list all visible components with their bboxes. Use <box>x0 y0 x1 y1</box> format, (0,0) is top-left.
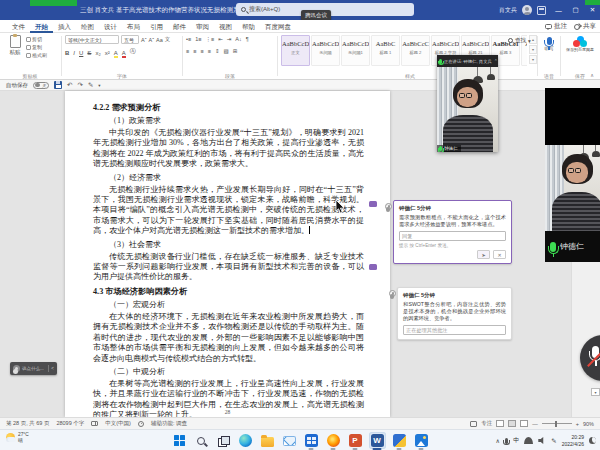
multilevel-list-button[interactable]: ⋮≡ <box>205 36 214 42</box>
comment-anchor-icon[interactable] <box>369 264 377 270</box>
character-border-button[interactable]: Ⓐ <box>130 47 136 56</box>
shrink-font-button[interactable]: Aˇ <box>149 37 155 43</box>
taskbar-firefox[interactable] <box>325 432 342 449</box>
web-layout-button[interactable] <box>520 420 528 427</box>
chat-input-placeholder[interactable]: 说点什么... <box>22 366 44 371</box>
shading-button[interactable]: ▨ <box>223 48 228 54</box>
collapse-ribbon-icon[interactable]: ∧ <box>590 72 594 78</box>
comment-cancel-button[interactable]: ✕ <box>493 250 506 259</box>
increase-indent-button[interactable]: ⇥ <box>227 36 232 42</box>
sort-button[interactable]: A↓ <box>235 36 241 42</box>
tab-references[interactable]: 引用 <box>145 20 168 33</box>
copy-button[interactable]: 复制 <box>26 44 47 50</box>
focus-icon[interactable] <box>470 421 477 427</box>
cut-button[interactable]: 剪切 <box>26 36 47 42</box>
qat-customize-icon[interactable]: ▾ <box>98 83 100 88</box>
chat-collapse-button[interactable]: < <box>51 366 54 371</box>
decrease-indent-button[interactable]: ⇤ <box>218 36 223 42</box>
dictate-button[interactable]: 听写 <box>539 37 559 51</box>
font-size-select[interactable]: 五号 <box>121 35 139 44</box>
meeting-participant-panel[interactable]: 钟德仁 <box>545 88 600 262</box>
align-center-button[interactable]: ≡ <box>193 48 196 54</box>
tray-mic-icon[interactable] <box>505 438 509 444</box>
bullets-button[interactable]: •≡ <box>186 36 191 42</box>
share-button[interactable]: 共享 <box>574 22 596 31</box>
proofing-icon[interactable] <box>91 421 98 426</box>
grow-font-button[interactable]: Aˆ <box>141 37 147 43</box>
comment-reply-input[interactable]: 正在处理其他批注 <box>403 325 506 335</box>
save-to-baidu-button[interactable]: 保存到百度网盘 <box>562 36 598 53</box>
autosave-toggle[interactable]: 关 <box>33 82 49 89</box>
change-case-button[interactable]: Aa <box>156 37 163 43</box>
tab-draw[interactable]: 绘图 <box>76 20 99 33</box>
numbering-button[interactable]: 1≡ <box>195 36 201 42</box>
tab-review[interactable]: 审阅 <box>191 20 214 33</box>
restore-button[interactable]: ▢ <box>568 0 583 20</box>
style-no-spacing[interactable]: AaBbCcDx无间隔 <box>311 35 340 66</box>
taskbar-file-explorer[interactable] <box>259 432 276 449</box>
clock[interactable]: 20:292022/4/26 <box>562 434 584 447</box>
zoom-knob[interactable] <box>555 421 558 427</box>
justify-button[interactable]: ≡ <box>208 48 211 54</box>
focus-assist-icon[interactable] <box>589 437 596 444</box>
tab-insert[interactable]: 插入 <box>53 20 76 33</box>
save-icon[interactable] <box>54 81 62 89</box>
task-view-button[interactable] <box>215 432 232 449</box>
paste-button[interactable]: 粘贴 <box>4 35 26 56</box>
mic-options-dropdown[interactable]: ▾ <box>591 388 600 396</box>
subscript-button[interactable]: x₂ <box>95 50 100 56</box>
style-no-spacing1[interactable]: AaBbCcD无间隔1 <box>341 35 370 66</box>
taskbar-search-button[interactable] <box>193 432 210 449</box>
input-method-indicator[interactable]: 中 <box>513 436 519 445</box>
page-indicator[interactable]: 第 28 页, 共 69 页 <box>6 420 49 427</box>
format-painter-button[interactable]: 格式刷 <box>26 52 47 58</box>
superscript-button[interactable]: x² <box>105 50 110 56</box>
print-layout-button[interactable] <box>508 420 516 427</box>
taskbar-meeting-app[interactable] <box>391 432 408 449</box>
line-spacing-button[interactable]: ⇕ <box>215 48 220 54</box>
taskbar-edge[interactable] <box>237 432 254 449</box>
redo-button[interactable]: ↷ <box>77 81 82 89</box>
comment-card-1[interactable]: 钟德仁 5分钟 需求预测数粗糙点，不能大而化之，这个技术需求多大经济效益要说明，… <box>393 200 512 264</box>
comments-button[interactable]: 批注 <box>545 22 567 31</box>
pen-tool-icon[interactable]: ✎ <box>88 81 93 89</box>
tab-mailings[interactable]: 邮件 <box>168 20 191 33</box>
zoom-slider[interactable] <box>542 423 572 424</box>
strikethrough-button[interactable]: S <box>87 50 91 56</box>
read-mode-button[interactable] <box>496 420 504 427</box>
wifi-icon[interactable] <box>524 437 533 444</box>
tray-expand-chevron[interactable]: ∧ <box>495 437 499 444</box>
phonetic-guide-button[interactable]: 文 <box>165 36 171 43</box>
bold-button[interactable]: B <box>65 50 69 56</box>
meeting-floating-window[interactable]: 正在讲话: 钟德仁, 肖文兵 ⌃⌃ 钟德仁 <box>437 55 498 152</box>
language-indicator[interactable]: 中文(中国) <box>105 420 131 427</box>
align-right-button[interactable]: ≡ <box>200 48 203 54</box>
taskbar-photos[interactable] <box>413 432 430 449</box>
word-count[interactable]: 28099 个字 <box>56 420 84 427</box>
unmute-button[interactable] <box>580 335 600 381</box>
pilcrow-button[interactable]: ¶ <box>246 36 249 42</box>
taskbar-powerpoint[interactable]: P <box>347 432 364 449</box>
zoom-out-button[interactable]: — <box>532 421 538 427</box>
zoom-level[interactable]: 90% <box>583 421 594 427</box>
volume-icon[interactable] <box>538 437 546 445</box>
font-color-button[interactable]: A <box>122 50 126 56</box>
ribbon-display-options-icon[interactable] <box>537 6 546 15</box>
highlight-color-button[interactable]: A <box>114 50 118 56</box>
pen-input-icon[interactable]: ✎ <box>551 437 556 445</box>
tab-view[interactable]: 视图 <box>214 20 237 33</box>
comment-send-button[interactable]: ➤ <box>477 250 490 259</box>
comment-anchor-icon[interactable] <box>369 201 377 207</box>
taskbar-mail[interactable] <box>281 432 298 449</box>
borders-button[interactable]: ⊞ <box>233 48 238 54</box>
font-name-select[interactable]: 等线(中文正文) <box>65 35 119 44</box>
meeting-chat-bar[interactable]: 说点什么... < <box>10 362 57 375</box>
italic-button[interactable]: I <box>73 50 75 56</box>
style-heading2[interactable]: AaBbCcC标题 2 <box>401 35 430 66</box>
comment-card-2[interactable]: 钟德仁 5分钟 和SWOT整合分析吧，内容注意优势、劣势是技术本身的，机会和挑战… <box>397 287 512 340</box>
undo-button[interactable]: ↶ <box>67 81 72 89</box>
underline-button[interactable]: U <box>79 50 83 56</box>
document-page[interactable]: 4.2.2 需求预测分析 （1）政策需求 中共印发的《无损检测仪器行业发展“十三… <box>65 91 390 417</box>
account-avatar[interactable] <box>522 5 532 15</box>
tab-help[interactable]: 帮助 <box>237 20 260 33</box>
